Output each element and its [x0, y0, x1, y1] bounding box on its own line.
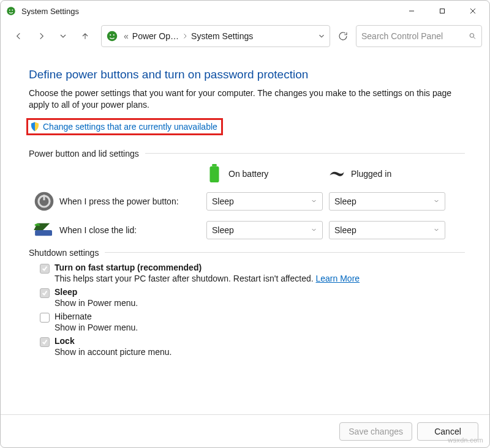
- select-value: Sleep: [212, 196, 234, 206]
- footer-bar: Save changes Cancel: [1, 414, 489, 447]
- watermark: wsxdn.com: [448, 436, 483, 444]
- back-button[interactable]: [9, 26, 29, 46]
- select-value: Sleep: [334, 196, 356, 206]
- svg-point-10: [470, 34, 474, 38]
- row-close-lid: When I close the lid: Sleep Sleep: [29, 221, 465, 239]
- select-value: Sleep: [334, 225, 356, 235]
- chevron-down-icon: [433, 226, 440, 233]
- checkbox-sub: This helps start your PC faster after sh…: [55, 274, 316, 283]
- svg-rect-12: [212, 164, 217, 166]
- checkbox-sleep[interactable]: Sleep Show in Power menu.: [40, 287, 465, 308]
- app-icon: [6, 6, 17, 17]
- section-title: Power button and lid settings: [29, 149, 139, 159]
- checkbox-icon[interactable]: [40, 337, 50, 347]
- maximize-button[interactable]: [428, 2, 456, 20]
- svg-point-2: [12, 10, 13, 11]
- chevron-down-icon: [311, 198, 317, 204]
- search-input[interactable]: [361, 31, 469, 41]
- svg-point-1: [9, 10, 10, 11]
- column-label: On battery: [228, 169, 268, 179]
- column-label: Plugged in: [351, 169, 391, 179]
- power-button-icon: [33, 190, 55, 212]
- search-box[interactable]: [356, 25, 482, 47]
- battery-icon: [206, 163, 222, 184]
- svg-rect-4: [440, 9, 445, 13]
- checkbox-icon[interactable]: [40, 264, 50, 274]
- checkbox-lock[interactable]: Lock Show in account picture menu.: [40, 336, 465, 357]
- select-close-lid-plugged[interactable]: Sleep: [329, 221, 445, 239]
- section-shutdown: Shutdown settings: [29, 248, 465, 258]
- shield-icon: [29, 121, 40, 132]
- recent-dropdown-button[interactable]: [53, 26, 73, 46]
- select-close-lid-battery[interactable]: Sleep: [206, 221, 323, 239]
- row-power-button: When I press the power button: Sleep Sle…: [29, 190, 465, 212]
- breadcrumb-icon: [105, 29, 119, 43]
- checkbox-label: Hibernate: [55, 312, 92, 321]
- minimize-button[interactable]: [398, 2, 426, 20]
- close-button[interactable]: [459, 2, 487, 20]
- svg-line-11: [473, 37, 475, 39]
- nav-row: « Power Op… System Settings: [1, 21, 489, 51]
- plug-icon: [329, 163, 345, 184]
- checkbox-sub: Show in account picture menu.: [55, 347, 172, 357]
- checkbox-label: Lock: [55, 336, 75, 346]
- content-area: Define power buttons and turn on passwor…: [1, 51, 489, 414]
- select-value: Sleep: [212, 225, 234, 235]
- breadcrumb-overflow-icon[interactable]: «: [124, 31, 129, 41]
- row-label: When I press the power button:: [59, 196, 206, 206]
- change-settings-highlight: Change settings that are currently unava…: [26, 118, 223, 135]
- column-headers: On battery Plugged in: [29, 163, 465, 184]
- select-power-button-battery[interactable]: Sleep: [206, 192, 323, 211]
- breadcrumb-bar[interactable]: « Power Op… System Settings: [101, 25, 330, 47]
- chevron-right-icon: [181, 32, 189, 40]
- checkbox-icon[interactable]: [40, 288, 50, 298]
- svg-point-9: [113, 34, 115, 35]
- chevron-down-icon: [433, 198, 440, 204]
- up-button[interactable]: [75, 26, 95, 46]
- window-title: System Settings: [21, 7, 79, 16]
- forward-button[interactable]: [31, 26, 51, 46]
- checkbox-icon[interactable]: [40, 313, 50, 323]
- breadcrumb-item-system-settings[interactable]: System Settings: [191, 31, 253, 41]
- checkbox-hibernate[interactable]: Hibernate Show in Power menu.: [40, 312, 465, 332]
- page-heading: Define power buttons and turn on passwor…: [29, 68, 465, 81]
- chevron-down-icon: [311, 226, 317, 233]
- refresh-button[interactable]: [333, 25, 353, 47]
- svg-point-8: [110, 34, 111, 35]
- breadcrumb-item-power-options[interactable]: Power Op…: [132, 31, 179, 41]
- checkbox-label: Sleep: [55, 287, 77, 297]
- section-power-button-lid: Power button and lid settings: [29, 149, 465, 159]
- close-lid-icon: [32, 222, 56, 238]
- search-icon: [469, 32, 477, 40]
- save-changes-button[interactable]: Save changes: [339, 422, 412, 441]
- checkbox-fast-startup[interactable]: Turn on fast startup (recommended) This …: [40, 263, 465, 283]
- title-bar: System Settings: [1, 1, 489, 21]
- breadcrumb-dropdown-icon[interactable]: [317, 32, 326, 40]
- checkbox-sub: Show in Power menu.: [55, 298, 138, 308]
- svg-rect-14: [211, 167, 217, 181]
- section-title: Shutdown settings: [29, 248, 99, 258]
- row-label: When I close the lid:: [59, 225, 206, 235]
- svg-point-7: [107, 31, 118, 42]
- svg-rect-18: [35, 230, 52, 236]
- checkbox-label: Turn on fast startup (recommended): [55, 263, 202, 272]
- learn-more-link[interactable]: Learn More: [316, 274, 360, 283]
- column-plugged-in: Plugged in: [329, 163, 451, 184]
- change-settings-link[interactable]: Change settings that are currently unava…: [43, 122, 217, 132]
- column-on-battery: On battery: [206, 163, 329, 184]
- checkbox-sub: Show in Power menu.: [55, 323, 138, 332]
- select-power-button-plugged[interactable]: Sleep: [329, 192, 445, 211]
- svg-point-0: [7, 7, 15, 15]
- page-description: Choose the power settings that you want …: [29, 88, 465, 111]
